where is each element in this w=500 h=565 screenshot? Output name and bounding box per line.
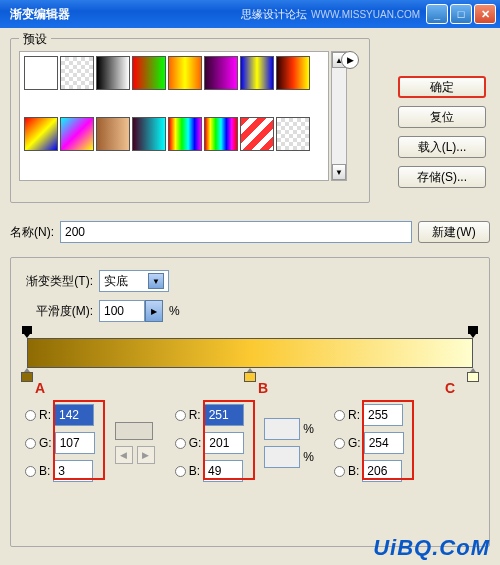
color-stop-c[interactable] [467, 368, 479, 382]
radio-b[interactable] [175, 466, 186, 477]
name-label: 名称(N): [10, 224, 54, 241]
g-label: G: [39, 436, 52, 450]
preset-swatch[interactable] [24, 117, 58, 151]
radio-r[interactable] [25, 410, 36, 421]
footer-watermark: UiBQ.CoM [373, 535, 490, 561]
b-g-input[interactable] [204, 432, 244, 454]
gradtype-select[interactable]: 实底 ▼ [99, 270, 169, 292]
opacity-stop-right[interactable] [468, 326, 478, 338]
preset-swatches [19, 51, 329, 181]
gradient-bar[interactable] [27, 338, 473, 368]
close-button[interactable]: ✕ [474, 4, 496, 24]
r-label: R: [348, 408, 360, 422]
percent-unit: % [169, 304, 180, 318]
color-stop-b[interactable] [244, 368, 256, 382]
mid-controls-1: ◀ ▶ [115, 404, 155, 482]
preset-swatch[interactable] [204, 56, 238, 90]
window-title: 渐变编辑器 [10, 6, 241, 23]
a-b-input[interactable] [53, 460, 93, 482]
stop-label-c: C [445, 380, 455, 396]
next-icon[interactable]: ▶ [137, 446, 155, 464]
save-button[interactable]: 存储(S)... [398, 166, 486, 188]
new-button[interactable]: 新建(W) [418, 221, 490, 243]
preset-swatch[interactable] [96, 117, 130, 151]
rgb-col-c: R: G: B: [334, 404, 404, 482]
smoothness-input[interactable]: ▶ [99, 300, 163, 322]
preset-swatch[interactable] [240, 117, 274, 151]
opacity-stop-left[interactable] [22, 326, 32, 338]
chevron-down-icon: ▼ [148, 273, 164, 289]
b-label: B: [189, 464, 200, 478]
preset-swatch[interactable] [168, 117, 202, 151]
pct-input[interactable] [264, 418, 300, 440]
pct-input[interactable] [264, 446, 300, 468]
reset-button[interactable]: 复位 [398, 106, 486, 128]
rgb-area: R: G: B: ◀ ▶ R: G: B: % % [19, 404, 481, 482]
title-bar: 渐变编辑器 思缘设计论坛 WWW.MISSYUAN.COM _ □ ✕ [0, 0, 500, 28]
preset-swatch[interactable] [60, 117, 94, 151]
c-g-input[interactable] [364, 432, 404, 454]
preset-swatch[interactable] [24, 56, 58, 90]
gradient-section: 渐变类型(T): 实底 ▼ 平滑度(M): ▶ % A B C [10, 257, 490, 547]
preset-swatch[interactable] [60, 56, 94, 90]
dialog-body: 预设 ▶ ▲ [0, 28, 500, 565]
radio-b[interactable] [25, 466, 36, 477]
radio-g[interactable] [175, 438, 186, 449]
stop-label-b: B [258, 380, 268, 396]
b-label: B: [348, 464, 359, 478]
preset-swatch[interactable] [96, 56, 130, 90]
radio-r[interactable] [334, 410, 345, 421]
name-row: 名称(N): 新建(W) [10, 221, 490, 243]
ok-button[interactable]: 确定 [398, 76, 486, 98]
presets-label: 预设 [19, 31, 51, 48]
maximize-button[interactable]: □ [450, 4, 472, 24]
b-r-input[interactable] [204, 404, 244, 426]
preset-swatch[interactable] [276, 117, 310, 151]
r-label: R: [189, 408, 201, 422]
smoothness-label: 平滑度(M): [19, 303, 93, 320]
a-g-input[interactable] [55, 432, 95, 454]
preset-swatch[interactable] [132, 56, 166, 90]
gradtype-value: 实底 [104, 273, 128, 290]
name-input[interactable] [60, 221, 412, 243]
minimize-button[interactable]: _ [426, 4, 448, 24]
load-button[interactable]: 载入(L)... [398, 136, 486, 158]
g-label: G: [189, 436, 202, 450]
b-b-input[interactable] [203, 460, 243, 482]
color-swatch-button[interactable] [115, 422, 153, 440]
pct-unit: % [303, 450, 314, 464]
prev-icon[interactable]: ◀ [115, 446, 133, 464]
chevron-right-icon: ▶ [145, 300, 163, 322]
radio-b[interactable] [334, 466, 345, 477]
mid-controls-2: % % [264, 404, 314, 482]
preset-swatch[interactable] [204, 117, 238, 151]
preset-swatch[interactable] [168, 56, 202, 90]
color-stop-a[interactable] [21, 368, 33, 382]
preset-swatch[interactable] [276, 56, 310, 90]
smoothness-value[interactable] [99, 300, 145, 322]
c-r-input[interactable] [363, 404, 403, 426]
button-column: 确定 复位 载入(L)... 存储(S)... [398, 76, 486, 188]
gradient-bar-wrap: A B C [27, 338, 473, 368]
gradtype-label: 渐变类型(T): [19, 273, 93, 290]
radio-r[interactable] [175, 410, 186, 421]
stop-label-a: A [35, 380, 45, 396]
r-label: R: [39, 408, 51, 422]
a-r-input[interactable] [54, 404, 94, 426]
radio-g[interactable] [334, 438, 345, 449]
titlebar-watermark: 思缘设计论坛 [241, 7, 307, 22]
presets-scrollbar[interactable]: ▲ ▼ [331, 51, 347, 181]
presets-menu-icon[interactable]: ▶ [341, 51, 359, 69]
titlebar-url: WWW.MISSYUAN.COM [311, 9, 420, 20]
preset-swatch[interactable] [132, 117, 166, 151]
presets-group: 预设 ▶ ▲ [10, 38, 370, 203]
rgb-col-a: R: G: B: [25, 404, 95, 482]
c-b-input[interactable] [362, 460, 402, 482]
b-label: B: [39, 464, 50, 478]
g-label: G: [348, 436, 361, 450]
scroll-track[interactable] [332, 68, 346, 164]
pct-unit: % [303, 422, 314, 436]
radio-g[interactable] [25, 438, 36, 449]
preset-swatch[interactable] [240, 56, 274, 90]
scroll-down-icon[interactable]: ▼ [332, 164, 346, 180]
